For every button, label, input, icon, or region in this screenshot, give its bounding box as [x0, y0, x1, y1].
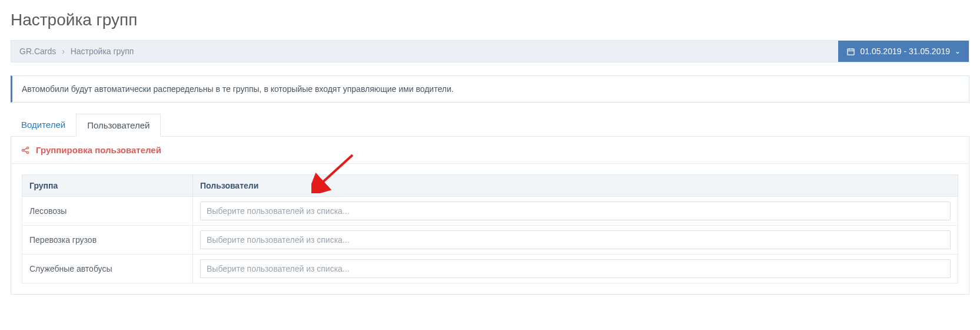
date-range-label: 01.05.2019 - 31.05.2019	[860, 47, 950, 56]
tab-users[interactable]: Пользователей	[76, 114, 161, 137]
users-panel: Группировка пользователей Группа Пользов…	[11, 137, 969, 295]
panel-title: Группировка пользователей	[36, 145, 161, 155]
tab-drivers[interactable]: Водителей	[11, 114, 76, 137]
panel-header: Группировка пользователей	[11, 137, 969, 164]
col-header-users: Пользователи	[193, 175, 958, 197]
svg-line-8	[24, 150, 26, 152]
breadcrumb: GR.Cards › Настройка групп	[19, 47, 134, 56]
info-banner: Автомобили будут автоматически распереде…	[11, 75, 969, 103]
date-range-picker[interactable]: 01.05.2019 - 31.05.2019 ⌄	[838, 41, 969, 62]
table-row: Перевозка грузов Выберите пользователей …	[22, 226, 958, 255]
chevron-down-icon: ⌄	[955, 47, 961, 55]
top-bar: GR.Cards › Настройка групп 01.05.2019 - …	[11, 40, 969, 62]
group-name: Служебные автобусы	[22, 255, 193, 283]
users-select[interactable]: Выберите пользователей из списка...	[200, 259, 951, 278]
col-header-group: Группа	[22, 175, 193, 197]
breadcrumb-separator: ›	[62, 47, 65, 56]
svg-line-7	[24, 148, 26, 150]
breadcrumb-current: Настройка групп	[71, 47, 134, 56]
users-select[interactable]: Выберите пользователей из списка...	[200, 202, 951, 220]
calendar-icon	[846, 47, 855, 56]
group-name: Перевозка грузов	[22, 226, 193, 255]
table-row: Служебные автобусы Выберите пользователе…	[22, 255, 958, 283]
share-icon	[21, 146, 30, 155]
page-title: Настройка групп	[11, 11, 969, 29]
groups-table: Группа Пользователи Лесовозы Выберите по…	[22, 174, 958, 283]
tabs: Водителей Пользователей	[11, 113, 969, 137]
users-select[interactable]: Выберите пользователей из списка...	[200, 230, 951, 249]
table-row: Лесовозы Выберите пользователей из списк…	[22, 197, 958, 226]
breadcrumb-root[interactable]: GR.Cards	[19, 47, 56, 56]
group-name: Лесовозы	[22, 197, 193, 226]
svg-rect-0	[848, 49, 854, 55]
